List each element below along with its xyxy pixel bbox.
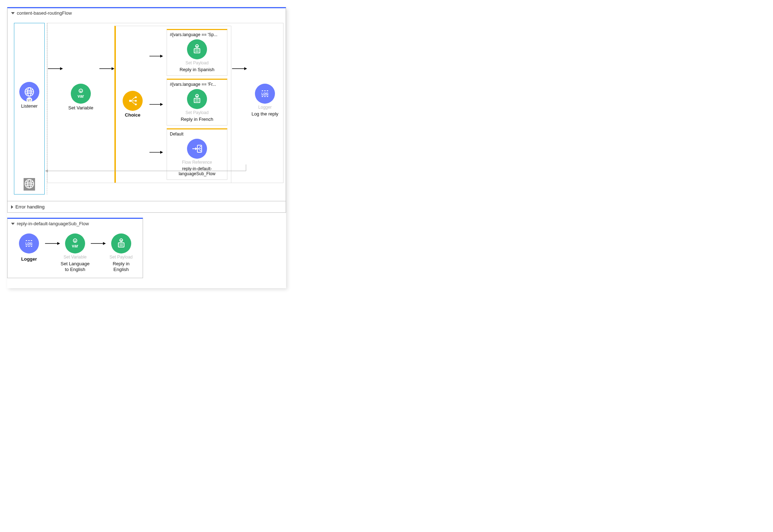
arrow-icon	[231, 26, 247, 112]
payload-icon	[187, 39, 207, 59]
svg-marker-17	[112, 67, 114, 70]
variable-icon: var	[71, 84, 91, 104]
node-type: Set Payload	[186, 61, 209, 65]
svg-marker-10	[31, 183, 33, 184]
svg-rect-33	[194, 49, 200, 53]
flow-header-main[interactable]: content-based-routingFlow	[8, 8, 286, 18]
node-caption: Set Language to English	[60, 261, 90, 272]
response-node[interactable]	[24, 178, 35, 191]
payload-icon	[111, 233, 131, 253]
node-caption: Reply in English	[106, 261, 136, 272]
svg-marker-14	[80, 91, 82, 92]
arrow-icon	[90, 233, 106, 253]
svg-line-50	[199, 149, 200, 151]
svg-marker-12	[60, 67, 63, 70]
set-variable-label: Set Variable	[68, 105, 93, 111]
listener-label: Listener	[21, 103, 38, 109]
arrow-icon	[47, 26, 63, 112]
svg-point-4	[26, 97, 32, 103]
set-variable-node[interactable]: var Set Variable Set Language to English	[60, 233, 90, 272]
node-type: Set Payload	[186, 110, 209, 115]
flow-source-lane[interactable]: Listener	[14, 23, 45, 194]
branch-arrows	[148, 32, 164, 177]
node-type: Flow Reference	[182, 160, 212, 165]
flow-reference-icon	[187, 139, 207, 159]
arrow-icon	[99, 26, 114, 112]
svg-text:var: var	[72, 243, 78, 248]
svg-marker-3	[31, 91, 33, 93]
svg-line-22	[131, 97, 135, 101]
svg-marker-26	[160, 55, 163, 58]
error-handling-section[interactable]: Error handling	[8, 201, 286, 212]
svg-marker-28	[160, 103, 163, 106]
svg-rect-38	[194, 98, 200, 103]
svg-line-48	[199, 147, 200, 149]
svg-marker-52	[244, 67, 247, 70]
node-caption: Logger	[21, 256, 37, 262]
node-type: Set Payload	[109, 255, 133, 260]
branch-condition: #[vars.language == 'Sp...	[169, 31, 225, 39]
choice-branch-default[interactable]: Default	[167, 128, 227, 180]
svg-point-19	[135, 96, 137, 98]
flow-title: reply-in-default-languageSub_Flow	[17, 221, 89, 226]
node-type: Set Variable	[64, 255, 87, 260]
set-payload-node[interactable]: Set Payload Reply in French	[169, 89, 225, 122]
svg-point-46	[200, 148, 201, 149]
router-icon	[123, 91, 143, 111]
logger-node[interactable]: LOG Logger Log the reply	[247, 84, 283, 117]
node-caption: reply-in-default-languageSub_Flow	[169, 166, 225, 177]
globe-icon	[19, 82, 39, 102]
choice-router-node[interactable]: Choice	[120, 91, 145, 118]
svg-text:LOG: LOG	[261, 92, 269, 95]
svg-text:var: var	[78, 94, 84, 99]
listener-node[interactable]: Listener	[11, 82, 47, 109]
set-payload-node[interactable]: Set Payload Reply in Spanish	[169, 39, 225, 73]
flow-container-main[interactable]: content-based-routingFlow	[7, 7, 286, 213]
flow-container-subflow[interactable]: reply-in-default-languageSub_Flow LOG Lo…	[7, 218, 143, 278]
node-type: Logger	[258, 105, 271, 110]
globe-icon	[24, 178, 35, 191]
flow-body-main: Listener	[8, 18, 286, 201]
arrow-icon	[44, 233, 60, 253]
svg-text:LOG: LOG	[26, 242, 33, 245]
logger-node[interactable]: LOG Logger	[14, 233, 44, 262]
choice-branch-spanish[interactable]: #[vars.language == 'Sp...	[167, 29, 227, 76]
flow-canvas: content-based-routingFlow	[7, 7, 286, 288]
error-handling-label: Error handling	[15, 204, 45, 210]
branch-condition: Default	[169, 131, 225, 139]
svg-line-24	[131, 101, 135, 104]
choice-scope[interactable]: Choice #[vars.language == 'Sp...	[114, 26, 231, 183]
set-payload-node[interactable]: Set Payload Reply in English	[106, 233, 136, 272]
choice-label: Choice	[125, 112, 140, 118]
expand-toggle-icon[interactable]	[11, 205, 13, 209]
svg-rect-69	[118, 243, 124, 247]
flow-reference-node[interactable]: Flow Reference reply-in-default-language…	[169, 139, 225, 177]
svg-marker-30	[160, 151, 163, 154]
node-caption: Reply in Spanish	[179, 67, 215, 73]
choice-branch-french[interactable]: #[vars.language == 'Fr...	[167, 79, 227, 125]
flow-header-subflow[interactable]: reply-in-default-languageSub_Flow	[8, 219, 143, 228]
branch-condition: #[vars.language == 'Fr...	[169, 81, 225, 89]
expand-toggle-icon[interactable]	[11, 223, 15, 225]
svg-point-20	[135, 100, 137, 102]
node-caption: Reply in French	[181, 117, 213, 122]
set-variable-node[interactable]: var Set Variable	[63, 84, 99, 111]
logger-icon: LOG	[255, 84, 275, 104]
expand-toggle-icon[interactable]	[11, 12, 15, 14]
payload-icon	[187, 89, 207, 109]
variable-icon: var	[65, 233, 85, 253]
svg-marker-61	[57, 242, 60, 245]
node-caption: Log the reply	[251, 111, 278, 117]
svg-marker-66	[103, 242, 106, 245]
flow-title: content-based-routingFlow	[17, 10, 72, 16]
svg-marker-63	[74, 241, 76, 242]
svg-point-21	[135, 103, 137, 105]
logger-icon: LOG	[19, 233, 39, 253]
